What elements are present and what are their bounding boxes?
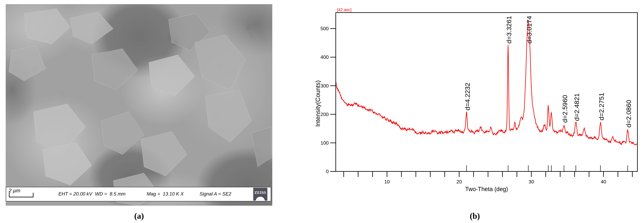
y-tick-label: 300 bbox=[320, 83, 329, 89]
figure-page: 2 µm EHT = 20.00 kV WD = 8.5 mm Mag = 13… bbox=[0, 0, 644, 223]
sem-micrograph: 2 µm EHT = 20.00 kV WD = 8.5 mm Mag = 13… bbox=[6, 4, 272, 206]
xrd-chart: [42.asc]0100200300400500Intensity(Counts… bbox=[314, 3, 644, 197]
panel-a-caption: (a) bbox=[134, 211, 144, 221]
zeiss-logo: ZEISS bbox=[253, 188, 267, 201]
sem-texture-image bbox=[6, 4, 272, 206]
peak-d-label: d=3.3261 bbox=[505, 16, 512, 44]
peak-d-label: d=2.2751 bbox=[598, 93, 605, 120]
peak-d-label: d=2.0860 bbox=[625, 100, 632, 128]
scale-bar-left-tick bbox=[9, 193, 10, 197]
y-tick-label: 200 bbox=[320, 112, 329, 117]
plot-border bbox=[336, 12, 638, 171]
sem-eht-value: EHT = 20.00 kV bbox=[58, 191, 92, 197]
sem-mag-value: Mag = 13.10 K X bbox=[147, 191, 184, 197]
y-tick-label: 400 bbox=[320, 54, 329, 60]
scale-bar-label: 2 µm bbox=[8, 188, 20, 194]
scale-bar bbox=[9, 197, 34, 197]
peak-d-label: d=3.0174 bbox=[526, 16, 533, 44]
x-axis-title: Two-Theta (deg) bbox=[465, 186, 508, 192]
x-tick-label: 20 bbox=[456, 179, 462, 185]
peak-d-label: d=2.4821 bbox=[573, 93, 580, 121]
x-tick-label: 40 bbox=[601, 179, 606, 185]
dataset-label: [42.asc] bbox=[337, 7, 352, 12]
y-tick-label: 100 bbox=[320, 140, 329, 146]
peak-d-label: d=4.2232 bbox=[464, 83, 471, 111]
x-tick-label: 10 bbox=[384, 179, 390, 185]
scale-bar-right-tick bbox=[33, 193, 34, 197]
y-tick-label: 500 bbox=[320, 26, 329, 31]
peak-d-label: d=2.5960 bbox=[561, 95, 568, 123]
sem-wd-value: WD = 8.5 mm bbox=[95, 191, 126, 197]
y-axis-title: Intensity(Counts) bbox=[314, 80, 321, 127]
sem-info-bar: 2 µm EHT = 20.00 kV WD = 8.5 mm Mag = 13… bbox=[6, 187, 271, 201]
y-tick-label: 0 bbox=[326, 169, 329, 174]
panel-b-caption: (b) bbox=[470, 211, 480, 221]
zeiss-logo-text: ZEISS bbox=[253, 191, 267, 195]
xrd-trace bbox=[336, 21, 638, 145]
sem-signal-value: Signal A = SE2 bbox=[200, 191, 231, 197]
zeiss-logo-notch bbox=[256, 197, 265, 201]
x-tick-label: 30 bbox=[528, 179, 534, 185]
